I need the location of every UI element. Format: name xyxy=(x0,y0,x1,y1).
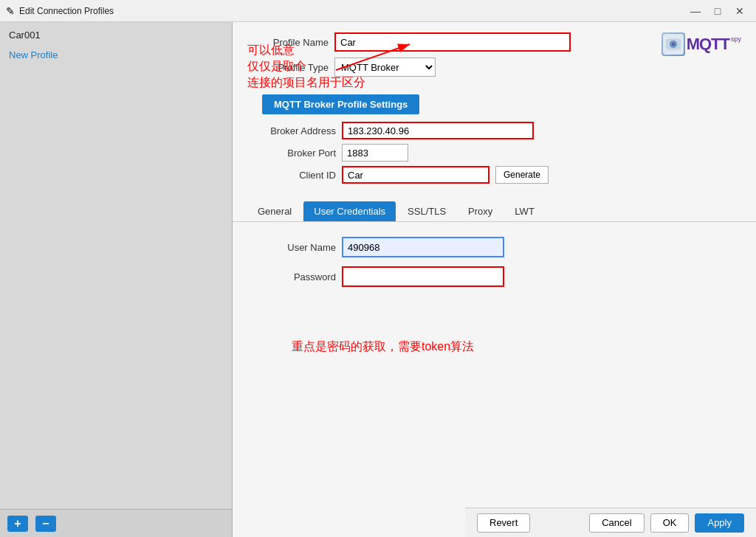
password-label: Password xyxy=(247,271,336,283)
username-row: User Name xyxy=(247,237,741,257)
username-label: User Name xyxy=(247,242,336,253)
profile-type-label: Profile Type xyxy=(247,62,329,73)
sidebar-item-new-profile[interactable]: New Profile xyxy=(0,45,232,65)
password-input[interactable] xyxy=(342,266,504,287)
client-id-row: Client ID Generate xyxy=(247,166,741,184)
mqtt-logo-icon xyxy=(662,32,685,56)
window-title: Edit Connection Profiles xyxy=(19,6,114,16)
ok-button[interactable]: OK xyxy=(650,513,690,533)
sidebar: Car001 New Profile + − xyxy=(0,22,233,537)
title-bar: ✎ Edit Connection Profiles — □ ✕ xyxy=(0,0,756,22)
broker-address-row: Broker Address xyxy=(247,122,741,139)
window-controls: — □ ✕ xyxy=(685,3,750,19)
mqtt-logo: MQTT spy xyxy=(662,32,741,56)
tabs-row: General User Credentials SSL/TLS Proxy L… xyxy=(233,195,756,222)
password-row: Password xyxy=(247,266,741,287)
username-input[interactable] xyxy=(342,237,504,257)
broker-port-input[interactable] xyxy=(342,144,408,162)
app-icon: ✎ xyxy=(6,5,15,17)
revert-button[interactable]: Revert xyxy=(477,513,530,533)
broker-address-label: Broker Address xyxy=(247,125,336,136)
profile-list: Car001 New Profile xyxy=(0,22,232,509)
tab-proxy[interactable]: Proxy xyxy=(458,201,503,221)
broker-settings: Broker Address Broker Port Client ID Gen… xyxy=(233,122,756,188)
mqtt-logo-text: MQTT xyxy=(687,35,729,54)
add-profile-button[interactable]: + xyxy=(7,516,28,532)
sidebar-bottom: + − xyxy=(0,509,232,537)
content-area: 可以低意 仅仅是取个 连接的项目名用于区分 重点是密码的获取，需要token算法… xyxy=(233,22,756,537)
form-header: MQTT spy Profile Name Profile Type MQTT … xyxy=(233,22,756,90)
profile-type-select[interactable]: MQTT Broker MQTT WebSocket xyxy=(334,58,436,77)
mqtt-logo-sup: spy xyxy=(731,35,741,43)
sidebar-item-car001[interactable]: Car001 xyxy=(0,25,232,45)
broker-address-input[interactable] xyxy=(342,122,534,139)
broker-port-row: Broker Port xyxy=(247,144,741,162)
broker-port-label: Broker Port xyxy=(247,148,336,159)
profile-name-label: Profile Name xyxy=(247,37,329,48)
profile-name-input[interactable] xyxy=(334,32,571,52)
profile-type-row: Profile Type MQTT Broker MQTT WebSocket xyxy=(247,58,741,77)
remove-profile-button[interactable]: − xyxy=(35,516,56,532)
apply-button[interactable]: Apply xyxy=(695,513,744,533)
main-layout: Car001 New Profile + − 可以低意 仅仅是取个 连接 xyxy=(0,22,756,537)
generate-button[interactable]: Generate xyxy=(495,166,549,184)
maximize-button[interactable]: □ xyxy=(707,3,728,19)
minimize-button[interactable]: — xyxy=(685,3,706,19)
tab-general[interactable]: General xyxy=(247,201,302,221)
close-button[interactable]: ✕ xyxy=(729,3,750,19)
client-id-input[interactable] xyxy=(342,166,489,184)
svg-point-4 xyxy=(672,43,675,46)
annotation-line4: 重点是密码的获取，需要token算法 xyxy=(292,339,474,355)
client-id-label: Client ID xyxy=(247,170,336,181)
tab-content-credentials: User Name Password xyxy=(233,222,756,311)
tab-lwt[interactable]: LWT xyxy=(504,201,544,221)
cancel-button[interactable]: Cancel xyxy=(589,513,644,533)
section-header: MQTT Broker Profile Settings xyxy=(262,94,419,114)
tab-ssl-tls[interactable]: SSL/TLS xyxy=(397,201,456,221)
tab-user-credentials[interactable]: User Credentials xyxy=(303,201,396,221)
bottom-bar: Revert Cancel OK Apply xyxy=(465,507,756,537)
